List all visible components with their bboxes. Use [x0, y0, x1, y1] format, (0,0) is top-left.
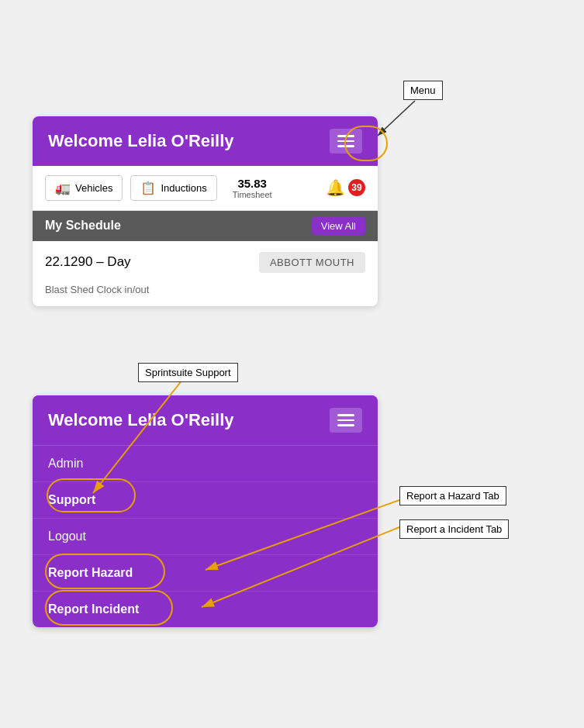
report-hazard-annotation: Report a Hazard Tab — [399, 486, 506, 505]
sprintsuite-annotation: Sprintsuite Support — [138, 363, 238, 382]
top-card-header: Welcome Lelia O'Reilly — [33, 116, 378, 166]
vehicles-label: Vehicles — [75, 182, 112, 194]
bottom-card-header: Welcome Lelia O'Reilly — [33, 395, 378, 446]
schedule-sub: Blast Shed Clock in/out — [33, 284, 378, 306]
diploma-icon: 📋 — [140, 181, 156, 195]
schedule-row: 22.1290 – Day ABBOTT MOUTH — [33, 241, 378, 284]
notification-badge: 39 — [348, 179, 365, 196]
menu-item-admin[interactable]: Admin — [33, 446, 378, 482]
top-welcome-text: Welcome Lelia O'Reilly — [48, 131, 234, 151]
schedule-header: My Schedule View All — [33, 211, 378, 241]
notification-bell[interactable]: 🔔 39 — [326, 178, 365, 197]
bottom-hamburger-button[interactable] — [330, 408, 362, 433]
hamburger-button[interactable] — [330, 129, 362, 154]
view-all-button[interactable]: View All — [312, 217, 365, 235]
inductions-label: Inductions — [161, 182, 206, 194]
toolbar: 🚛 Vehicles 📋 Inductions 35.83 Timesheet … — [33, 166, 378, 211]
truck-icon: 🚛 — [55, 181, 71, 195]
schedule-title: My Schedule — [45, 219, 121, 233]
inductions-button[interactable]: 📋 Inductions — [130, 175, 216, 201]
bell-icon: 🔔 — [326, 178, 345, 197]
top-card: Welcome Lelia O'Reilly 🚛 Vehicles 📋 Indu… — [33, 116, 378, 306]
bottom-card: Welcome Lelia O'Reilly Admin Support Log… — [33, 395, 378, 627]
location-badge: ABBOTT MOUTH — [259, 252, 365, 273]
timesheet-label: Timesheet — [233, 190, 272, 199]
report-incident-annotation: Report a Incident Tab — [399, 519, 509, 539]
timesheet-value: 35.83 — [237, 177, 267, 190]
menu-item-logout[interactable]: Logout — [33, 519, 378, 555]
schedule-id: 22.1290 – Day — [45, 254, 131, 270]
bottom-welcome-text: Welcome Lelia O'Reilly — [48, 410, 234, 430]
vehicles-button[interactable]: 🚛 Vehicles — [45, 175, 123, 201]
menu-item-support[interactable]: Support — [33, 482, 378, 519]
timesheet-box: 35.83 Timesheet — [225, 174, 280, 202]
menu-item-report-hazard[interactable]: Report Hazard — [33, 555, 378, 592]
menu-annotation: Menu — [403, 81, 443, 100]
menu-item-report-incident[interactable]: Report Incident — [33, 592, 378, 627]
svg-line-2 — [378, 101, 415, 136]
